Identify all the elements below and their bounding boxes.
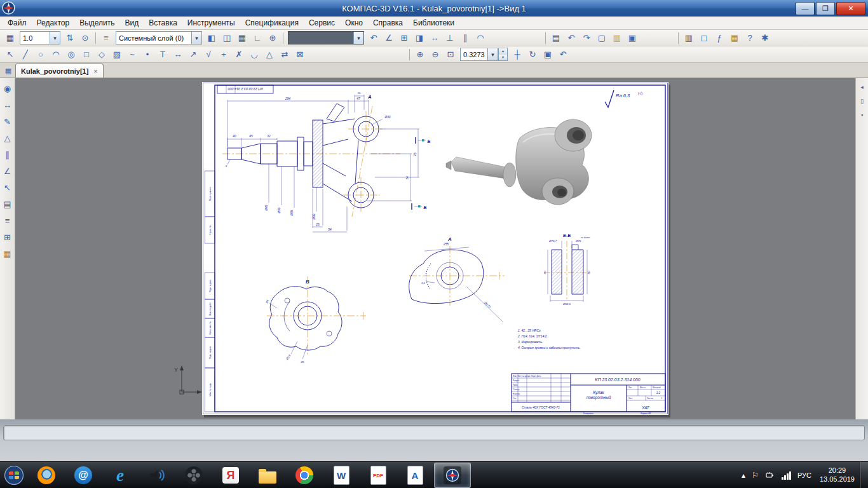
- designations-icon[interactable]: ✎: [0, 114, 15, 128]
- view-a[interactable]: А: [409, 236, 505, 322]
- minimize-button[interactable]: —: [796, 2, 815, 15]
- point-icon[interactable]: •: [140, 48, 155, 62]
- ortho-toggle-icon[interactable]: ∟: [250, 31, 265, 45]
- menu-item[interactable]: Окно: [340, 17, 368, 29]
- network-icon[interactable]: [778, 462, 794, 488]
- library-manager-icon[interactable]: ▦: [728, 31, 742, 45]
- grid-toggle-icon[interactable]: ▦: [235, 31, 250, 45]
- clock[interactable]: 20:29 13.05.2019: [815, 466, 860, 484]
- scroll-marker-icon[interactable]: ▪: [857, 109, 868, 121]
- tab-kulak-povorotniy[interactable]: Kulak_povorotniy[1] ×: [15, 64, 104, 78]
- measure-icon[interactable]: ∠: [0, 164, 15, 178]
- angle-icon[interactable]: ∠: [382, 31, 397, 45]
- options-icon[interactable]: ✱: [758, 31, 773, 45]
- copy-properties-icon[interactable]: ◨: [412, 31, 427, 45]
- insert-icon[interactable]: ⊞: [0, 230, 15, 244]
- dimensions-icon[interactable]: ↔: [0, 98, 15, 112]
- current-style-combo[interactable]: ▾: [288, 31, 364, 44]
- file-explorer-icon[interactable]: [250, 463, 285, 487]
- clipboard-icon[interactable]: ▤: [549, 31, 564, 45]
- selection-handle[interactable]: [422, 139, 424, 142]
- reports-icon[interactable]: ≡: [0, 214, 15, 227]
- chevron-down-icon[interactable]: ▾: [487, 48, 498, 60]
- specification-icon[interactable]: ▤: [0, 197, 15, 211]
- media-player-icon[interactable]: [176, 463, 212, 487]
- layer-settings-icon[interactable]: ◧: [205, 31, 219, 45]
- tray-expand-icon[interactable]: ▴: [738, 462, 749, 488]
- zoom-window-icon[interactable]: ⊡: [444, 48, 458, 62]
- tangent-icon[interactable]: ◠: [473, 31, 488, 45]
- pan-icon[interactable]: ┼: [510, 48, 525, 62]
- email-app-icon[interactable]: @: [65, 463, 101, 487]
- open-document-icon[interactable]: ▥: [610, 31, 625, 45]
- ellipse-icon[interactable]: ◎: [64, 48, 79, 62]
- view-v[interactable]: В: [265, 276, 366, 363]
- step-arrows-icon[interactable]: ⇅: [63, 31, 78, 45]
- previous-view-icon[interactable]: ↶: [556, 48, 571, 62]
- chevron-down-icon[interactable]: ▾: [50, 32, 60, 44]
- menu-item[interactable]: Справка: [368, 17, 408, 29]
- section-bb[interactable]: Б-Б: [543, 233, 591, 306]
- polygon-icon[interactable]: ◇: [95, 48, 109, 62]
- show-all-icon[interactable]: ▣: [541, 48, 555, 62]
- firefox-icon[interactable]: [29, 463, 64, 487]
- dimension-icon[interactable]: ↔: [171, 48, 186, 62]
- perpendicular-icon[interactable]: ⊥: [443, 31, 458, 45]
- fillet-icon[interactable]: ◡: [247, 48, 262, 62]
- leader-icon[interactable]: ↗: [186, 48, 201, 62]
- menu-item[interactable]: Инструменты: [182, 17, 240, 29]
- snap-toggle-icon[interactable]: ⊙: [78, 31, 93, 45]
- hatch-icon[interactable]: ▨: [110, 48, 125, 62]
- zoom-out-icon[interactable]: ⊖: [428, 48, 443, 62]
- start-button[interactable]: [0, 462, 28, 488]
- collapse-panel-icon[interactable]: ◂: [857, 81, 868, 93]
- edit-icon[interactable]: △: [0, 131, 15, 145]
- chevron-down-icon[interactable]: ▾: [353, 32, 363, 44]
- chevron-down-icon[interactable]: ▾: [191, 32, 201, 44]
- menu-item[interactable]: Библиотеки: [408, 17, 459, 29]
- document-grid-icon[interactable]: ▦: [3, 31, 18, 45]
- maximize-button[interactable]: ❐: [816, 2, 835, 15]
- tab-list-icon[interactable]: ▦: [3, 65, 14, 76]
- message-bar[interactable]: [3, 425, 865, 440]
- library-icon[interactable]: ▦: [0, 247, 15, 261]
- variables-icon[interactable]: ƒ: [712, 31, 727, 45]
- circle-icon[interactable]: ○: [34, 48, 48, 62]
- print-icon[interactable]: ▥: [682, 31, 696, 45]
- chrome-icon[interactable]: [287, 463, 322, 487]
- redo-icon[interactable]: ↷: [580, 31, 594, 45]
- cursor-icon[interactable]: ↖: [3, 48, 18, 62]
- chamfer-icon[interactable]: △: [262, 48, 277, 62]
- line-icon[interactable]: ╱: [18, 48, 33, 62]
- snap-settings-icon[interactable]: ⊕: [266, 31, 280, 45]
- current-layer-combo[interactable]: Системный слой (0) ▾: [116, 31, 202, 44]
- menu-item[interactable]: Вставка: [144, 17, 182, 29]
- menu-item[interactable]: Редактор: [32, 17, 75, 29]
- text-icon[interactable]: Т: [156, 48, 170, 62]
- drawing-sheet[interactable]: КП 23.02.03.2.314.000 Ra 6.3 (√): [202, 82, 668, 415]
- show-desktop-button[interactable]: [860, 462, 868, 488]
- parallel-icon[interactable]: ∥: [458, 31, 473, 45]
- menu-item[interactable]: Спецификация: [240, 17, 304, 29]
- new-document-icon[interactable]: ▢: [595, 31, 609, 45]
- undo-icon[interactable]: ↶: [564, 31, 579, 45]
- volume-icon[interactable]: [139, 463, 175, 487]
- align-grid-icon[interactable]: ⊞: [397, 31, 412, 45]
- drawing-canvas[interactable]: Y: [15, 78, 855, 419]
- roughness-icon[interactable]: √: [201, 48, 216, 62]
- yandex-browser-icon[interactable]: Я: [213, 463, 248, 487]
- geometry-icon[interactable]: ◉: [0, 81, 15, 95]
- rectangle-icon[interactable]: □: [79, 48, 94, 62]
- action-center-flag-icon[interactable]: ⚐: [749, 462, 762, 488]
- current-step-combo[interactable]: 1.0 ▾: [20, 31, 60, 44]
- layers-icon[interactable]: ≡: [99, 31, 114, 45]
- spinner-down-icon[interactable]: ▾: [499, 55, 507, 61]
- mirror-icon[interactable]: ⇄: [278, 48, 292, 62]
- spline-icon[interactable]: ~: [125, 48, 140, 62]
- view-manager-icon[interactable]: ◫: [220, 31, 234, 45]
- spinner-up-icon[interactable]: ▴: [499, 48, 507, 55]
- internet-explorer-icon[interactable]: e: [102, 463, 138, 487]
- trim-icon[interactable]: ✗: [232, 48, 247, 62]
- zoom-in-icon[interactable]: ⊕: [413, 48, 428, 62]
- save-document-icon[interactable]: ▣: [625, 31, 640, 45]
